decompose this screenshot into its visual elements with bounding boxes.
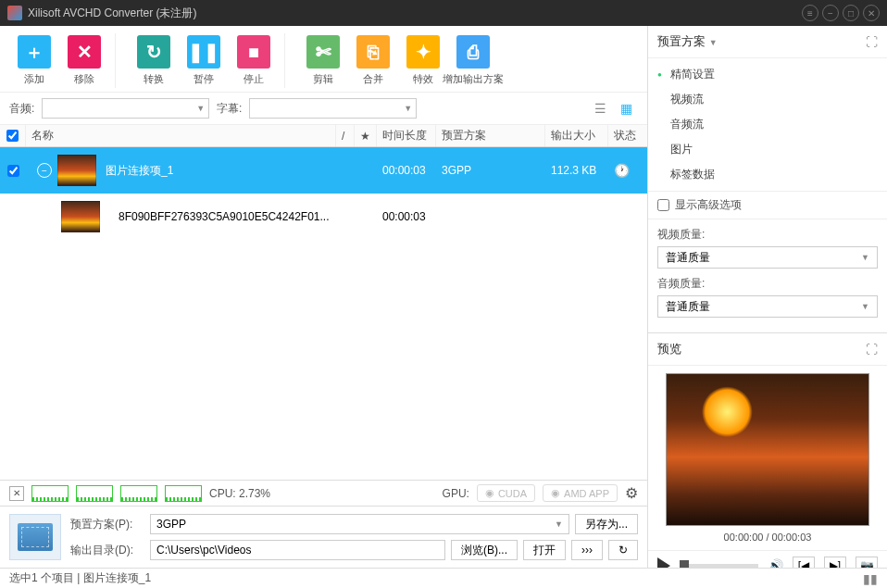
left-panel: ＋添加 ✕移除 ↻转换 ❚❚暂停 ■停止 ✄剪辑 ⎘合并 ✦特效 ⎙增加输出方案…: [0, 26, 648, 568]
col-status[interactable]: 状态: [608, 125, 647, 146]
video-quality-label: 视频质量:: [657, 227, 878, 243]
preset-item-image[interactable]: 图片: [648, 137, 887, 162]
audio-label: 音频:: [9, 101, 34, 117]
select-all-checkbox[interactable]: [6, 130, 19, 142]
file-list: − 图片连接项_1 00:00:03 3GPP 112.3 KB 🕐 8F090…: [0, 147, 647, 480]
sort-icon[interactable]: /: [336, 125, 355, 146]
merge-button[interactable]: ⎘合并: [350, 33, 396, 88]
gpu-label: GPU:: [443, 487, 469, 500]
preset-item-tags[interactable]: 标签数据: [648, 162, 887, 187]
browse-button[interactable]: 浏览(B)...: [451, 540, 518, 560]
minimize-button[interactable]: −: [822, 5, 839, 21]
chevron-down-icon[interactable]: ▼: [709, 38, 718, 47]
format-icon: [9, 514, 61, 560]
audio-quality-dropdown[interactable]: 普通质量▼: [657, 295, 878, 318]
row-name: 8F090BFF276393C5A9010E5C4242F01...: [119, 210, 330, 223]
preset-label: 预置方案(P):: [70, 517, 144, 532]
col-preset[interactable]: 预置方案: [436, 125, 545, 146]
table-row[interactable]: 8F090BFF276393C5A9010E5C4242F01... 00:00…: [0, 194, 647, 240]
advanced-checkbox[interactable]: [657, 199, 669, 211]
video-quality-dropdown[interactable]: 普通质量▼: [657, 246, 878, 269]
advanced-label: 显示高级选项: [675, 197, 742, 213]
row-time: 00:00:03: [377, 164, 436, 177]
expand-icon[interactable]: ⛶: [866, 35, 878, 49]
preset-header: 预置方案 ▼ ⛶: [648, 26, 887, 58]
table-row[interactable]: − 图片连接项_1 00:00:03 3GPP 112.3 KB 🕐: [0, 147, 647, 194]
more-button[interactable]: ›››: [571, 540, 603, 560]
row-preset: 3GPP: [436, 164, 545, 177]
preview-image: [666, 373, 869, 526]
saveas-button[interactable]: 另存为...: [575, 514, 638, 534]
col-size[interactable]: 输出大小: [545, 125, 608, 146]
right-panel: 预置方案 ▼ ⛶ 精简设置 视频流 音频流 图片 标签数据 显示高级选项 视频质…: [648, 26, 887, 568]
preview-header: 预览 ⛶: [648, 332, 887, 366]
stop-button[interactable]: ■停止: [231, 33, 277, 88]
audio-quality-label: 音频质量:: [657, 276, 878, 292]
collapse-icon[interactable]: −: [37, 163, 52, 178]
menu-button[interactable]: ≡: [802, 5, 818, 21]
maximize-button[interactable]: □: [843, 5, 859, 21]
list-view-icon[interactable]: ☰: [590, 99, 612, 118]
cpu-label: CPU: 2.73%: [209, 487, 270, 500]
grid-view-icon[interactable]: ▦: [616, 99, 638, 118]
thumbnail: [57, 155, 96, 186]
add-button[interactable]: ＋添加: [11, 33, 57, 88]
amd-chip[interactable]: ◉ AMD APP: [543, 484, 618, 502]
preset-list: 精简设置 视频流 音频流 图片 标签数据: [648, 58, 887, 192]
dir-input[interactable]: C:\Users\pc\Videos: [150, 540, 445, 560]
preview-area: 00:00:00 / 00:00:03: [648, 366, 887, 550]
titlebar: Xilisoft AVCHD Converter (未注册) ≡ − □ ✕: [0, 0, 887, 26]
dir-label: 输出目录(D):: [70, 543, 144, 558]
col-name[interactable]: 名称: [26, 125, 336, 146]
preview-time: 00:00:00 / 00:00:03: [724, 532, 812, 543]
history-button[interactable]: ↻: [608, 540, 638, 560]
subtitle-label: 字幕:: [217, 101, 242, 117]
cpu-graph: [76, 485, 113, 502]
app-icon: [7, 6, 22, 20]
cpu-graph: [31, 485, 69, 502]
panel-toggle-icon[interactable]: ▮▮: [863, 571, 878, 586]
cpu-graph: [165, 485, 202, 502]
statusbar: 选中1 个项目 | 图片连接项_1 ▮▮: [0, 568, 887, 588]
output-panel: 预置方案(P): 3GPP▼ 另存为... 输出目录(D): C:\Users\…: [0, 506, 647, 568]
performance-bar: ✕ CPU: 2.73% GPU: ◉ CUDA ◉ AMD APP ⚙: [0, 480, 647, 506]
audio-dropdown[interactable]: ▼: [42, 98, 209, 119]
col-time[interactable]: 时间长度: [377, 125, 436, 146]
effect-button[interactable]: ✦特效: [400, 33, 446, 88]
clock-icon: 🕐: [614, 163, 630, 178]
clip-button[interactable]: ✄剪辑: [300, 33, 346, 88]
table-header: 名称 / ★ 时间长度 预置方案 输出大小 状态: [0, 125, 647, 147]
row-time: 00:00:03: [377, 210, 436, 223]
preset-item-simple[interactable]: 精简设置: [648, 62, 887, 87]
subtitle-dropdown[interactable]: ▼: [249, 98, 417, 119]
cuda-chip[interactable]: ◉ CUDA: [477, 484, 535, 502]
remove-button[interactable]: ✕移除: [61, 33, 107, 88]
toolbar: ＋添加 ✕移除 ↻转换 ❚❚暂停 ■停止 ✄剪辑 ⎘合并 ✦特效 ⎙增加输出方案: [0, 26, 647, 93]
thumbnail: [61, 201, 100, 232]
row-checkbox[interactable]: [7, 165, 19, 177]
preset-select[interactable]: 3GPP▼: [150, 514, 569, 534]
status-text: 选中1 个项目 | 图片连接项_1: [9, 570, 151, 586]
pause-button[interactable]: ❚❚暂停: [181, 33, 227, 88]
close-button[interactable]: ✕: [863, 5, 880, 21]
gear-icon[interactable]: ⚙: [625, 484, 638, 502]
row-size: 112.3 KB: [545, 164, 608, 177]
cpu-graph: [120, 485, 157, 502]
preset-item-audio[interactable]: 音频流: [648, 112, 887, 137]
add-output-button[interactable]: ⎙增加输出方案: [450, 33, 496, 88]
close-perf-icon[interactable]: ✕: [9, 486, 24, 501]
filter-row: 音频: ▼ 字幕: ▼ ☰ ▦: [0, 93, 647, 125]
open-button[interactable]: 打开: [523, 540, 566, 560]
row-name: 图片连接项_1: [106, 163, 173, 179]
expand-icon[interactable]: ⛶: [866, 343, 878, 357]
window-title: Xilisoft AVCHD Converter (未注册): [28, 6, 802, 21]
convert-button[interactable]: ↻转换: [131, 33, 177, 88]
preset-item-video[interactable]: 视频流: [648, 87, 887, 112]
col-star[interactable]: ★: [355, 125, 377, 146]
